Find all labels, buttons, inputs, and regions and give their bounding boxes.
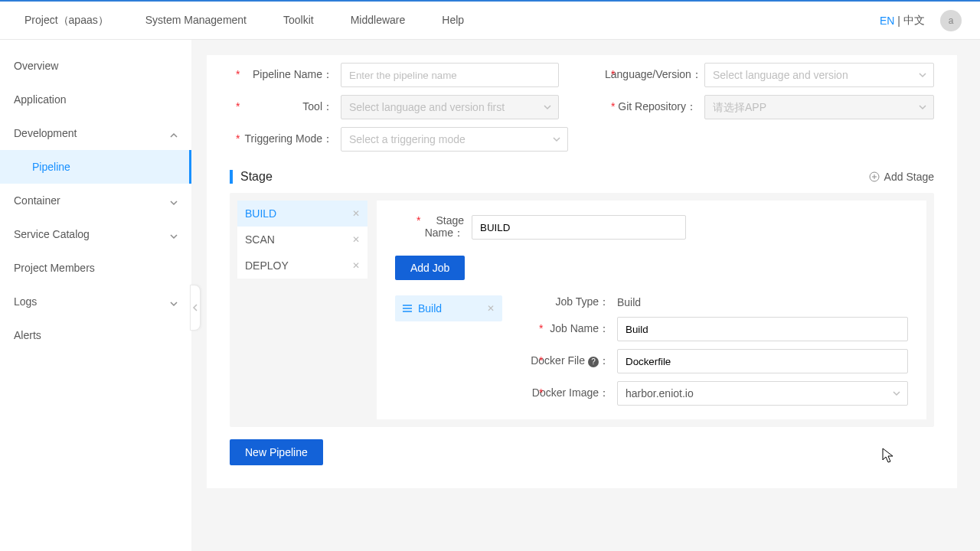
top-header: Project（apaas） System Management Toolkit… [0, 0, 980, 40]
docker-file-input[interactable] [617, 349, 908, 373]
lang-separator: | [897, 15, 900, 27]
close-icon[interactable]: ✕ [352, 260, 360, 271]
sidebar-item-alerts[interactable]: Alerts [0, 318, 191, 352]
chevron-down-icon [170, 230, 178, 238]
top-nav: Project（apaas） System Management Toolkit… [24, 14, 880, 28]
chevron-left-icon [192, 304, 198, 311]
job-name-input[interactable] [617, 317, 908, 341]
job-tab-label: Build [418, 302, 442, 315]
stage-tab-build[interactable]: BUILD ✕ [237, 201, 368, 227]
job-type-label: Job Type： [525, 295, 617, 309]
sidebar-collapse-handle[interactable] [190, 285, 201, 331]
job-tabs: Build ✕ [395, 295, 502, 406]
job-name-label: Job Name： [525, 322, 617, 336]
sidebar-label: Overview [14, 60, 58, 72]
tool-select[interactable]: Select language and version first [341, 95, 559, 119]
pipeline-form-card: Pipeline Name： Language/Version： Select … [207, 55, 957, 488]
stage-title-bar [230, 170, 233, 184]
stage-tab-label: BUILD [245, 207, 276, 220]
close-icon[interactable]: ✕ [352, 208, 360, 219]
git-repository-label: Git Repository： [605, 100, 704, 114]
add-job-button[interactable]: Add Job [395, 256, 465, 280]
select-value: harbor.eniot.io [626, 387, 694, 399]
language-version-label: Language/Version： [605, 68, 704, 82]
job-tab-build[interactable]: Build ✕ [395, 295, 502, 321]
sidebar-item-logs[interactable]: Logs [0, 285, 191, 318]
nav-system-management[interactable]: System Management [145, 14, 247, 28]
stage-body: BUILD ✕ SCAN ✕ DEPLOY ✕ Stage Name： [230, 193, 934, 427]
pipeline-name-label: Pipeline Name： [230, 68, 341, 82]
close-icon[interactable]: ✕ [487, 303, 495, 314]
sidebar-item-overview[interactable]: Overview [0, 49, 191, 83]
select-placeholder: Select a triggering mode [349, 133, 466, 145]
stage-tab-label: SCAN [245, 233, 275, 246]
language-version-select[interactable]: Select language and version [704, 63, 934, 87]
stage-tab-scan[interactable]: SCAN ✕ [237, 227, 368, 253]
job-type-value: Build [617, 296, 641, 308]
tool-label: Tool： [230, 100, 341, 114]
nav-middleware[interactable]: Middleware [351, 14, 406, 28]
close-icon[interactable]: ✕ [352, 234, 360, 245]
job-form: Job Type： Build Job Name： Docker File?： [525, 295, 908, 406]
sidebar-sub-pipeline[interactable]: Pipeline [0, 150, 191, 184]
docker-file-label: Docker File?： [525, 354, 617, 368]
sidebar-item-project-members[interactable]: Project Members [0, 251, 191, 285]
language-switch: EN | 中文 [880, 14, 925, 28]
chevron-down-icon [170, 197, 178, 204]
stage-name-input[interactable] [472, 215, 686, 240]
lang-en[interactable]: EN [880, 15, 894, 27]
git-repository-select[interactable]: 请选择APP [704, 95, 934, 119]
sidebar-label: Service Catalog [14, 228, 90, 240]
sidebar-item-container[interactable]: Container [0, 184, 191, 217]
sidebar-label: Container [14, 194, 60, 207]
select-placeholder: Select language and version first [349, 101, 505, 113]
list-icon [403, 305, 412, 312]
select-placeholder: Select language and version [713, 69, 848, 81]
nav-help[interactable]: Help [442, 14, 464, 28]
chevron-down-icon [170, 298, 178, 305]
sidebar: Overview Application Development Pipelin… [0, 40, 191, 551]
stage-tab-label: DEPLOY [245, 259, 289, 272]
triggering-mode-select[interactable]: Select a triggering mode [341, 127, 568, 152]
sidebar-label: Logs [14, 295, 37, 308]
add-stage-button[interactable]: Add Stage [869, 171, 934, 183]
sidebar-item-service-catalog[interactable]: Service Catalog [0, 217, 191, 251]
docker-image-select[interactable]: harbor.eniot.io [617, 381, 908, 406]
help-icon[interactable]: ? [588, 357, 599, 367]
sidebar-label: Application [14, 93, 67, 106]
add-stage-label: Add Stage [884, 171, 934, 183]
chevron-up-icon [170, 129, 178, 137]
pipeline-name-input[interactable] [341, 63, 559, 87]
avatar[interactable]: a [940, 10, 962, 31]
sidebar-label: Project Members [14, 262, 95, 274]
stage-tabs: BUILD ✕ SCAN ✕ DEPLOY ✕ [237, 201, 368, 419]
stage-tab-deploy[interactable]: DEPLOY ✕ [237, 253, 368, 279]
stage-name-label: Stage Name： [395, 214, 472, 240]
new-pipeline-button[interactable]: New Pipeline [230, 439, 323, 465]
stage-content: Stage Name： Add Job Build ✕ [377, 201, 926, 419]
main-content: Pipeline Name： Language/Version： Select … [191, 40, 980, 551]
sidebar-item-application[interactable]: Application [0, 83, 191, 116]
sidebar-item-development[interactable]: Development [0, 116, 191, 150]
nav-toolkit[interactable]: Toolkit [283, 14, 314, 28]
sidebar-label: Alerts [14, 329, 41, 341]
select-placeholder: 请选择APP [713, 101, 766, 113]
plus-circle-icon [869, 171, 880, 182]
docker-image-label: Docker Image： [525, 386, 617, 400]
stage-section-title: Stage [240, 170, 273, 184]
nav-project[interactable]: Project（apaas） [24, 14, 109, 28]
sidebar-label: Development [14, 127, 77, 139]
triggering-mode-label: Triggering Mode： [230, 132, 341, 146]
lang-zh[interactable]: 中文 [903, 14, 925, 28]
